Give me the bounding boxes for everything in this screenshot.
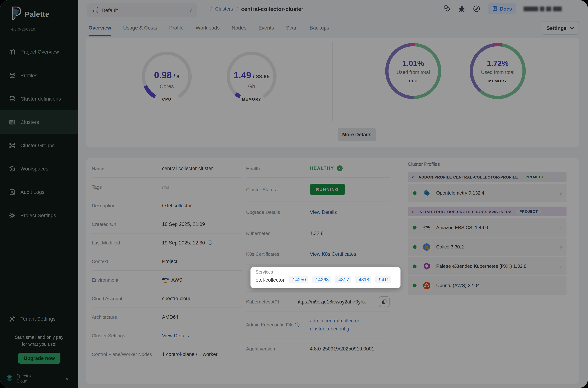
profile-row-ebs-csi[interactable]: aws Amazon EBS CSI 1.46.0 › bbox=[408, 218, 566, 237]
sidebar-item-clusters[interactable]: Clusters bbox=[0, 110, 78, 134]
more-details-button[interactable]: More Details bbox=[338, 128, 376, 141]
workspaces-icon bbox=[9, 165, 15, 172]
profile-row-opentelemetry[interactable]: Opentelemetry 0.132.4 › bbox=[408, 184, 566, 202]
row-environment: Environment awsAWS bbox=[92, 271, 242, 289]
addon-profile-accordion[interactable]: ∨ ADDON PROFILE CENTRAL-COLLECTOR-PROFIL… bbox=[408, 172, 566, 182]
report-bug-icon[interactable] bbox=[458, 5, 465, 12]
infrastructure-profile-accordion[interactable]: ∨ INFRASTRUCTURE PROFILE DOCS-AWS-INFRA … bbox=[408, 207, 566, 217]
health-status: HEALTHY bbox=[310, 166, 334, 171]
cpu-gauge-unit: Cores bbox=[130, 83, 203, 90]
chevron-right-icon: › bbox=[560, 244, 562, 250]
row-cloud-account: Cloud Accountspectro-cloud bbox=[92, 289, 242, 308]
row-context: ContextProject bbox=[92, 252, 242, 271]
row-admin-kubeconfig: Admin Kubeconfig File ⓘ admin.central-co… bbox=[246, 312, 390, 339]
service-port-link[interactable]: :14268 bbox=[312, 276, 331, 283]
tab-usage-costs[interactable]: Usage & Costs bbox=[123, 19, 157, 36]
sidebar-item-project-overview[interactable]: Project Overview bbox=[0, 42, 78, 61]
service-name: otel-collector bbox=[256, 277, 285, 283]
palette-app-window: Palette 4.8.0-250916 Project Overview Pr… bbox=[0, 0, 588, 388]
service-port-link[interactable]: :4318 bbox=[355, 276, 371, 283]
sidebar-item-project-settings[interactable]: Project Settings bbox=[0, 206, 78, 225]
chevron-right-icon: › bbox=[560, 225, 562, 230]
info-icon[interactable]: ⓘ bbox=[295, 322, 299, 328]
card-divider bbox=[332, 42, 333, 121]
row-last-modified: Last Modified 19 Sep 2025, 12:30ⓘ bbox=[92, 234, 242, 252]
cluster-status-column: Health HEALTHY ✓ Cluster Status RUNNING … bbox=[246, 159, 390, 359]
sidebar: Palette 4.8.0-250916 Project Overview Pr… bbox=[0, 0, 78, 388]
kubeconfig-file-link[interactable]: admin.central-collector-cluster.kubeconf… bbox=[310, 317, 361, 333]
profile-row-pxk[interactable]: Palette eXtended Kubernetes (PXK) 1.32.8… bbox=[408, 257, 566, 275]
chevron-down-icon: ∨ bbox=[189, 7, 192, 13]
username-redacted bbox=[523, 6, 562, 11]
profile-row-calico[interactable]: Calico 3.30.2 › bbox=[408, 238, 566, 256]
project-select[interactable]: Default ∨ bbox=[87, 3, 197, 17]
tab-backups[interactable]: Backups bbox=[310, 19, 329, 36]
service-port-link[interactable]: :4317 bbox=[335, 276, 351, 283]
row-kubernetes-api: Kubernetes API https://ni9ozje18ivwoy2ah… bbox=[246, 292, 390, 312]
sidebar-item-cluster-definitions[interactable]: Cluster definitions bbox=[0, 89, 78, 108]
copy-icon[interactable] bbox=[379, 296, 390, 307]
project-select-value: Default bbox=[102, 7, 185, 13]
row-tags: Tagsn/a bbox=[92, 178, 242, 196]
row-nodes: Control Plane/Worker Nodes1 control-plan… bbox=[92, 345, 242, 363]
sidebar-item-cluster-groups[interactable]: Cluster Groups bbox=[0, 136, 78, 155]
app-version: 4.8.0-250916 bbox=[11, 27, 35, 31]
row-cluster-status: Cluster Status RUNNING bbox=[246, 178, 390, 201]
chevron-right-icon: › bbox=[560, 263, 562, 269]
tools-icon bbox=[9, 315, 15, 322]
check-circle-icon: ✓ bbox=[337, 165, 342, 171]
cluster-groups-icon bbox=[9, 142, 15, 149]
docs-button[interactable]: Docs bbox=[488, 3, 516, 14]
breadcrumb-clusters-link[interactable]: Clusters bbox=[215, 6, 233, 11]
explore-compass-icon[interactable] bbox=[473, 5, 480, 12]
project-scope-icon bbox=[92, 7, 98, 13]
project-overview-icon bbox=[9, 48, 15, 55]
tab-nodes[interactable]: Nodes bbox=[231, 19, 246, 36]
row-architecture: ArchitectureAMD64 bbox=[92, 308, 242, 326]
row-kubernetes: Kubernetes 1.32.8 bbox=[246, 223, 390, 243]
audit-logs-icon bbox=[9, 189, 15, 195]
status-dot bbox=[413, 264, 416, 268]
row-k8s-certificates: K8s Certificates View K8s Certificates bbox=[246, 243, 390, 265]
row-health: Health HEALTHY ✓ bbox=[246, 159, 390, 178]
cluster-settings-view-details-link[interactable]: View Details bbox=[162, 333, 189, 338]
tab-profile[interactable]: Profile bbox=[169, 19, 183, 36]
sidebar-item-profiles[interactable]: Profiles bbox=[0, 66, 78, 85]
cpu-gauge-label: CPU bbox=[130, 96, 203, 102]
settings-button[interactable]: Settings bbox=[542, 21, 579, 35]
sidebar-collapse-icon[interactable]: < bbox=[66, 375, 69, 382]
service-port-link[interactable]: :9411 bbox=[375, 276, 391, 283]
ubuntu-icon bbox=[422, 281, 431, 290]
calico-icon bbox=[422, 242, 431, 251]
status-dot bbox=[413, 245, 416, 249]
profile-row-ubuntu[interactable]: Ubuntu (AWS) 22.04 › bbox=[408, 276, 566, 295]
tab-events[interactable]: Events bbox=[258, 19, 274, 36]
upgrade-now-button[interactable]: Upgrade now bbox=[18, 353, 60, 364]
info-icon[interactable]: ⓘ bbox=[207, 239, 212, 246]
promo-text: Start small and only pay for what you us… bbox=[0, 334, 78, 348]
page-title: central-collector-cluster bbox=[241, 6, 303, 12]
tab-workloads[interactable]: Workloads bbox=[196, 19, 220, 36]
project-badge: PROJECT bbox=[516, 209, 541, 214]
service-port-link[interactable]: :14250 bbox=[289, 276, 308, 283]
row-upgrade-details: Upgrade Details View Details bbox=[246, 201, 390, 223]
cpu-gauge-value: 0.98 / 8 bbox=[130, 70, 203, 80]
aws-logo: aws bbox=[422, 223, 431, 232]
feedback-chat-icon[interactable] bbox=[443, 5, 450, 12]
upgrade-view-details-link[interactable]: View Details bbox=[310, 210, 337, 215]
row-description: DescriptionOTel collector bbox=[92, 196, 242, 215]
cluster-info-column: Namecentral-collector-cluster Tagsn/a De… bbox=[92, 159, 242, 363]
status-dot bbox=[413, 191, 416, 195]
tab-scan[interactable]: Scan bbox=[286, 19, 298, 36]
chevron-down-icon: ∨ bbox=[411, 175, 414, 179]
usage-overview-card: 0.98 / 8 Cores CPU 1.49 / 33.65 Gb MEMOR… bbox=[86, 38, 579, 147]
status-dot bbox=[413, 284, 416, 287]
view-k8s-certificates-link[interactable]: View K8s Certificates bbox=[310, 251, 356, 257]
palette-logo: Palette bbox=[10, 7, 49, 22]
sidebar-item-tenant-settings[interactable]: Tenant Settings bbox=[0, 309, 78, 328]
sidebar-item-workspaces[interactable]: Workspaces bbox=[0, 159, 78, 178]
sidebar-item-audit-logs[interactable]: Audit Logs bbox=[0, 183, 78, 201]
tab-overview[interactable]: Overview bbox=[89, 19, 111, 36]
chevron-right-icon: › bbox=[560, 283, 562, 288]
running-status-badge: RUNNING bbox=[310, 184, 345, 195]
